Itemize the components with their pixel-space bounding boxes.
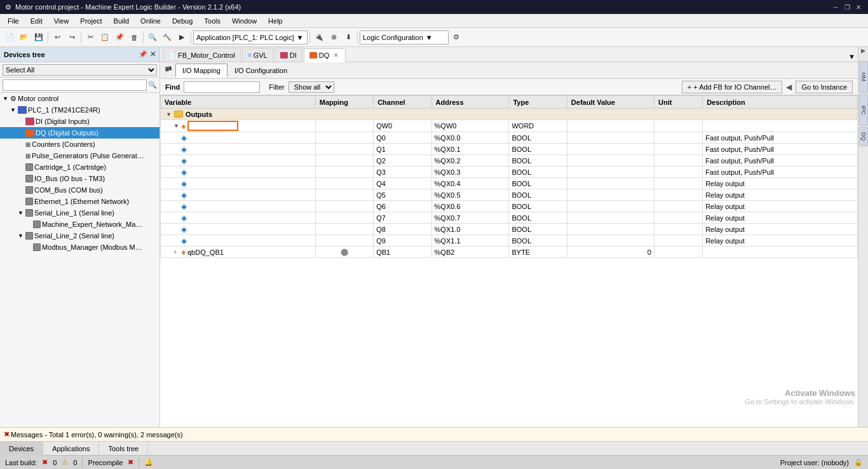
delete-btn[interactable]: 🗑 — [127, 31, 141, 44]
minimize-button[interactable]: ─ — [831, 3, 840, 11]
copy-btn[interactable]: 📋 — [98, 31, 112, 44]
tree-item-plc1[interactable]: ▼ PLC_1 (TM241CE24R) — [0, 104, 159, 116]
counter-icon: ⊞ — [25, 141, 31, 148]
col-variable: Variable — [161, 96, 316, 109]
connect-btn[interactable]: 🔌 — [312, 31, 326, 44]
col-unit: Unit — [654, 96, 702, 109]
search-icon[interactable]: 🔍 — [148, 81, 157, 89]
undo-btn[interactable]: ↩ — [50, 31, 64, 44]
io-mapping-tab[interactable]: I/O Mapping — [175, 64, 227, 78]
io-bus-icon — [25, 175, 33, 182]
build-btn[interactable]: 🔨 — [160, 31, 174, 44]
plus-icon: + — [688, 83, 691, 91]
filter-dropdown[interactable]: Show all — [288, 81, 334, 93]
toolbar-sep-6 — [357, 32, 358, 43]
io-row-q1: ◈ Q1 %QX0.1 BOOL Fast output, Push/Pull — [161, 144, 858, 155]
find-btn[interactable]: 🔍 — [146, 31, 159, 44]
cut-btn[interactable]: ✂ — [83, 31, 97, 44]
tree-item-mach-net[interactable]: Machine_Expert_Network_Mar… — [0, 219, 159, 230]
new-btn[interactable]: 📄 — [3, 31, 17, 44]
side-ipc-btn[interactable]: iPC — [859, 94, 868, 126]
io-table-container[interactable]: Variable Mapping Channel Address Type De… — [160, 95, 858, 435]
menu-view[interactable]: View — [49, 14, 74, 28]
q5-icon: ◈ — [181, 191, 187, 200]
tree-item-serial1[interactable]: ▼ Serial_Line_1 (Serial line) — [0, 207, 159, 219]
pulse-icon: ⊞ — [25, 153, 31, 160]
tree-item-counters[interactable]: ⊞ Counters (Counters) — [0, 139, 159, 150]
qb1-expand[interactable]: + — [173, 249, 180, 255]
toolbar-sep-4 — [191, 32, 191, 43]
close-tree-icon[interactable]: ✕ — [150, 50, 156, 58]
save-btn[interactable]: 💾 — [32, 31, 46, 44]
warning-status-icon: ⚠ — [62, 458, 68, 466]
open-btn[interactable]: 📂 — [17, 31, 31, 44]
redo-btn[interactable]: ↪ — [65, 31, 79, 44]
serial1-icon — [25, 209, 33, 217]
pin-icon[interactable]: 📌 — [139, 50, 147, 58]
side-hm-btn[interactable]: HM — [859, 61, 868, 93]
dq-tab-icon — [309, 52, 317, 58]
settings-btn[interactable]: ⚙ — [449, 31, 463, 44]
precompile-err-icon: ✖ — [128, 458, 133, 466]
select-all-dropdown[interactable]: Select All — [3, 64, 157, 76]
goto-instance-button[interactable]: Go to Instance — [796, 81, 853, 93]
close-button[interactable]: ✕ — [854, 3, 863, 11]
io-config-tab[interactable]: I/O Configuration — [227, 64, 294, 78]
find-input[interactable] — [184, 81, 260, 93]
application-dropdown[interactable]: Application [PLC_1: PLC Logic] ▼ — [193, 31, 308, 44]
paste-btn[interactable]: 📌 — [112, 31, 126, 44]
col-description: Description — [703, 96, 858, 109]
tree-item-motor-control[interactable]: ▼ ⚙ Motor control — [0, 93, 159, 104]
menu-file[interactable]: File — [3, 14, 24, 28]
tree-item-label: IO_Bus (IO bus - TM3) — [34, 175, 105, 182]
toolbar-sep-2 — [81, 32, 81, 43]
tree-item-serial2[interactable]: ▼ Serial_Line_2 (Serial line) — [0, 230, 159, 241]
dq-tab-close[interactable]: ✕ — [332, 51, 340, 59]
tree-item-di[interactable]: DI (Digital Inputs) — [0, 116, 159, 127]
download-btn[interactable]: ⬇ — [341, 31, 355, 44]
project-user: Project user: (nobody) — [780, 459, 849, 466]
tab-gvl[interactable]: ≡ GVL — [242, 48, 273, 62]
qw0-variable-input[interactable] — [187, 121, 238, 131]
notification-icon[interactable]: 🔔 — [144, 458, 153, 466]
menu-debug[interactable]: Debug — [167, 14, 198, 28]
run-btn[interactable]: ▶ — [175, 31, 189, 44]
tab-dropdown-icon[interactable]: ▼ — [848, 53, 855, 60]
tab-fb-motor-control[interactable]: 📄 FB_Motor_Control — [163, 48, 241, 62]
menu-window[interactable]: Window — [227, 14, 262, 28]
bottom-tab-tools-tree[interactable]: Tools tree — [99, 442, 148, 456]
config-dropdown[interactable]: Logic Configuration ▼ — [360, 31, 449, 44]
menu-project[interactable]: Project — [75, 14, 107, 28]
tree-item-com-bus[interactable]: COM_Bus (COM bus) — [0, 184, 159, 196]
menu-build[interactable]: Build — [109, 14, 134, 28]
disconnect-btn[interactable]: ⊗ — [327, 31, 341, 44]
menu-edit[interactable]: Edit — [25, 14, 48, 28]
tree-item-cartridge[interactable]: Cartridge_1 (Cartridge) — [0, 161, 159, 173]
tree-item-io-bus[interactable]: IO_Bus (IO bus - TM3) — [0, 173, 159, 184]
fb-tab-icon: 📄 — [168, 51, 176, 58]
tab-dq[interactable]: DQ ✕ — [304, 48, 346, 62]
menu-help[interactable]: Help — [263, 14, 288, 28]
di-tab-icon — [280, 52, 288, 58]
tree-item-ethernet[interactable]: Ethernet_1 (Ethernet Network) — [0, 196, 159, 207]
menu-tools[interactable]: Tools — [199, 14, 226, 28]
menu-online[interactable]: Online — [135, 14, 166, 28]
tree-search-input[interactable] — [3, 79, 147, 91]
side-dq-btn[interactable]: DQ — [859, 127, 868, 146]
nav-prev-icon[interactable]: ◀ — [786, 83, 792, 92]
dq-tab-label: DQ — [319, 51, 330, 59]
tree-item-pulse-gen[interactable]: ⊞ Pulse_Generators (Pulse Generator… — [0, 150, 159, 161]
bottom-tab-devices[interactable]: Devices — [0, 442, 43, 456]
bottom-tab-applications[interactable]: Applications — [43, 442, 99, 456]
side-collapse-btn[interactable]: ◀ — [860, 48, 867, 55]
tree-item-modbus[interactable]: Modbus_Manager (Modbus Ma… — [0, 241, 159, 253]
qb1-label: qbDQ_QB1 — [187, 248, 224, 256]
tree-item-dq[interactable]: DQ (Digital Outputs) — [0, 127, 159, 139]
filter-label: Filter — [269, 83, 284, 91]
tab-di[interactable]: DI — [275, 48, 302, 62]
config-dropdown-arrow: ▼ — [426, 34, 433, 41]
restore-button[interactable]: ❐ — [843, 3, 851, 11]
outputs-expand[interactable]: ▼ — [166, 111, 172, 118]
qw0-expand[interactable]: ▼ — [173, 123, 180, 129]
add-fb-button[interactable]: + + Add FB for IO Channel… — [682, 81, 783, 93]
